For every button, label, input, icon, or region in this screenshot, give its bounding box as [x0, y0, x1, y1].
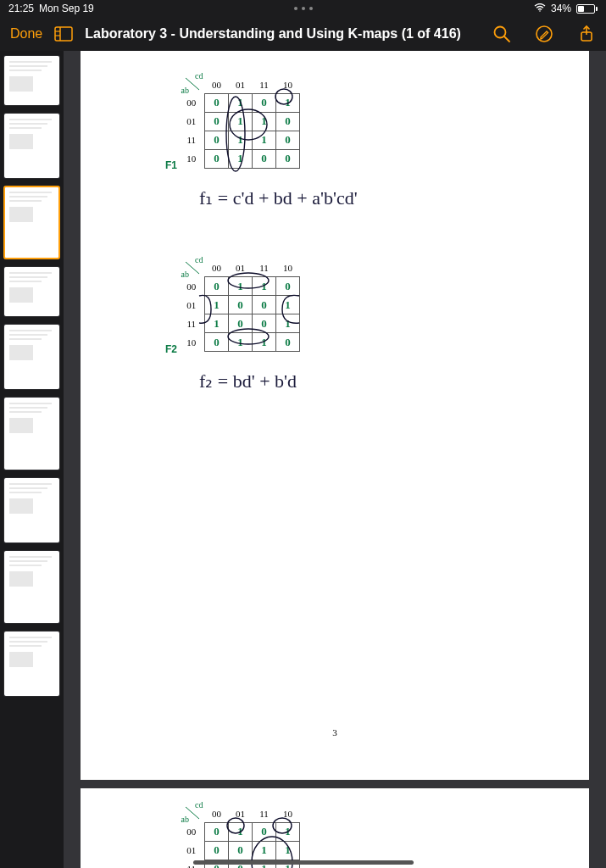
page-thumbnail[interactable] — [4, 186, 59, 259]
done-button[interactable]: Done — [10, 26, 42, 42]
battery-icon — [576, 4, 598, 14]
share-icon[interactable] — [577, 25, 596, 43]
kmap-label: F1 — [165, 159, 177, 171]
page-thumbnail[interactable] — [4, 267, 59, 316]
wifi-icon — [534, 3, 546, 14]
equation-f2: f₂ = bd' + b'd — [199, 370, 487, 392]
page-thumbnail[interactable] — [4, 325, 59, 389]
page-number: 3 — [81, 727, 589, 737]
thumbnail-sidebar[interactable] — [0, 51, 64, 868]
page-thumbnail[interactable] — [4, 551, 59, 623]
search-icon[interactable] — [492, 25, 511, 43]
page-thumbnail[interactable] — [4, 114, 59, 178]
svg-rect-1 — [55, 27, 72, 41]
kmap-f2: cdab 00011110 000110 011001 111001 10011… — [181, 260, 300, 353]
status-bar: 21:25 Mon Sep 19 34% — [0, 0, 606, 17]
kmap-label: F2 — [165, 342, 177, 354]
page-thumbnail[interactable] — [4, 632, 59, 696]
svg-point-0 — [539, 10, 541, 12]
kmap-f1: cdab 00011110 000101 010110 110110 10010… — [181, 76, 300, 169]
home-indicator[interactable] — [193, 860, 414, 865]
status-time: 21:25 — [8, 3, 34, 14]
markup-icon[interactable] — [535, 25, 553, 43]
status-date: Mon Sep 19 — [39, 3, 94, 14]
thumbnails-toggle-icon[interactable] — [54, 26, 73, 42]
equation-f1: f₁ = c'd + bd + a'b'cd' — [199, 187, 487, 209]
document-title: Laboratory 3 - Understanding and Using K… — [85, 26, 461, 42]
svg-line-6 — [504, 36, 509, 42]
page-thumbnail[interactable] — [4, 56, 59, 105]
kmap-f3: cdab 00011110 000101 010011 110011 10101… — [181, 805, 300, 868]
page: F1 cdab 00011110 000101 010110 110110 10… — [81, 51, 589, 780]
page-thumbnail[interactable] — [4, 478, 59, 542]
battery-percent: 34% — [551, 3, 571, 14]
document-view[interactable]: F1 cdab 00011110 000101 010110 110110 10… — [64, 51, 606, 868]
viewer-toolbar: Done Laboratory 3 - Understanding and Us… — [0, 17, 606, 51]
multitasking-dots-icon[interactable] — [294, 7, 313, 10]
page-thumbnail[interactable] — [4, 398, 59, 470]
page: F3 cdab 00011110 000101 010011 110011 10… — [81, 788, 589, 868]
